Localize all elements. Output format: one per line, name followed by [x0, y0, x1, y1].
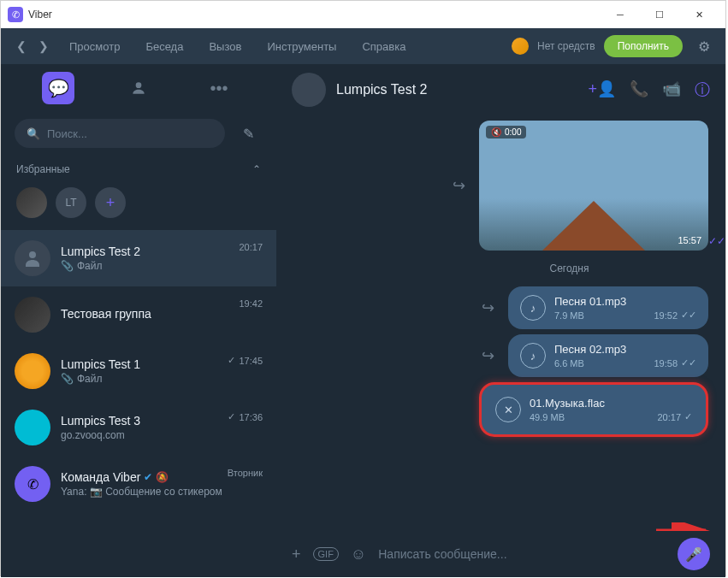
- date-separator: Сегодня: [293, 262, 708, 274]
- titlebar: ✆ Viber ─ ☐ ✕: [1, 1, 725, 28]
- file-message[interactable]: ♪ Песня 01.mp3 7.9 MB19:52 ✓✓: [508, 286, 708, 329]
- file-name: Песня 01.mp3: [554, 295, 696, 308]
- search-placeholder: Поиск...: [47, 127, 87, 140]
- chat-item[interactable]: Lumpics Test 2 📎Файл 20:17: [1, 230, 276, 286]
- favorites-label: Избранные: [16, 163, 70, 175]
- chat-time: 19:42: [239, 298, 263, 309]
- nav-back-icon[interactable]: ❮: [16, 39, 27, 53]
- avatar: ✆: [15, 466, 50, 502]
- compose-button[interactable]: ✎: [234, 119, 263, 148]
- chat-item[interactable]: ✆ Команда Viber ✔ 🔕 Yana: 📷 Сообщение со…: [1, 456, 276, 512]
- tab-chats-icon[interactable]: 💬: [42, 72, 74, 104]
- avatar: [15, 240, 50, 276]
- message-input-bar: + GIF ☺ Написать сообщение... 🎤: [276, 531, 725, 577]
- video-call-icon[interactable]: 📹: [662, 80, 681, 100]
- message-input[interactable]: Написать сообщение...: [378, 547, 666, 561]
- read-check-icon: ✓✓: [681, 357, 696, 369]
- emoji-icon[interactable]: ☺: [351, 546, 366, 563]
- chat-item[interactable]: Lumpics Test 1 📎Файл ✓17:45: [1, 343, 276, 399]
- favorite-contact-lt[interactable]: LT: [56, 187, 86, 218]
- file-message-uploading[interactable]: ✕ 01.Музыка.flac 49.9 MB20:17 ✓: [479, 382, 708, 437]
- muted-icon: 🔕: [156, 471, 169, 483]
- pin-icon: 📎: [61, 260, 74, 272]
- read-check-icon: ✓✓: [681, 310, 696, 321]
- mute-indicator: 🔇 0:00: [486, 126, 526, 139]
- chat-main: Lumpics Test 2 +👤 📞 📹 ⓘ ↪ 🔇 0:00 15:5: [276, 64, 725, 577]
- pin-icon: 📎: [61, 373, 74, 385]
- forward-icon[interactable]: ↪: [453, 176, 465, 195]
- messages-area: ↪ 🔇 0:00 15:57 ✓✓ Сегодня ↪ ♪: [276, 115, 725, 531]
- file-message[interactable]: ♪ Песня 02.mp3 6.6 MB19:58 ✓✓: [508, 334, 708, 377]
- chevron-up-icon[interactable]: ⌃: [252, 163, 261, 175]
- balance-icon: [512, 38, 529, 55]
- audio-file-icon: ♪: [520, 343, 546, 369]
- forward-icon[interactable]: ↪: [482, 346, 494, 365]
- voice-message-button[interactable]: 🎤: [678, 538, 710, 570]
- viber-logo-icon: ✆: [8, 7, 23, 22]
- audio-call-icon[interactable]: 📞: [630, 80, 648, 100]
- menu-view[interactable]: Просмотр: [57, 35, 132, 58]
- check-icon: ✓: [228, 411, 235, 422]
- svg-point-0: [136, 82, 142, 88]
- cancel-upload-icon[interactable]: ✕: [495, 397, 521, 422]
- read-check-icon: ✓✓: [708, 235, 725, 247]
- menu-call[interactable]: Вызов: [197, 35, 253, 58]
- avatar: [15, 353, 50, 389]
- chat-item[interactable]: Lumpics Test 3 go.zvooq.com ✓17:36: [1, 399, 276, 456]
- menu-help[interactable]: Справка: [350, 35, 417, 58]
- nav-forward-icon[interactable]: ❯: [38, 39, 49, 53]
- audio-file-icon: ♪: [520, 295, 546, 321]
- file-name: 01.Музыка.flac: [530, 397, 692, 410]
- chat-item[interactable]: Тестовая группа 19:42: [1, 286, 276, 343]
- sidebar: 💬 ••• 🔍 Поиск... ✎ Избранные ⌃ LT +: [1, 64, 276, 577]
- sent-check-icon: ✓: [684, 411, 692, 422]
- verified-icon: ✔: [144, 471, 152, 483]
- topup-button[interactable]: Пополнить: [604, 35, 683, 57]
- balance-text: Нет средств: [537, 40, 595, 52]
- menu-chat[interactable]: Беседа: [133, 35, 195, 58]
- avatar: [15, 410, 50, 445]
- chat-time: Вторник: [228, 468, 263, 478]
- chat-time: 20:17: [239, 242, 263, 252]
- tab-more-icon[interactable]: •••: [203, 72, 235, 104]
- forward-icon[interactable]: ↪: [482, 298, 494, 317]
- avatar: [15, 297, 50, 333]
- add-participant-icon[interactable]: +👤: [588, 80, 616, 100]
- video-duration: 15:57: [678, 235, 701, 245]
- gif-button[interactable]: GIF: [313, 547, 339, 561]
- file-name: Песня 02.mp3: [554, 343, 696, 356]
- search-icon: 🔍: [27, 127, 40, 140]
- minimize-button[interactable]: ─: [601, 1, 640, 28]
- settings-gear-icon[interactable]: ⚙: [691, 38, 717, 55]
- search-input[interactable]: 🔍 Поиск...: [15, 119, 225, 148]
- info-icon[interactable]: ⓘ: [695, 80, 710, 100]
- maximize-button[interactable]: ☐: [640, 1, 679, 28]
- video-message[interactable]: 🔇 0:00 15:57: [479, 121, 708, 251]
- favorite-contact-1[interactable]: [16, 187, 47, 218]
- chat-name: Тестовая группа: [61, 307, 263, 321]
- check-icon: ✓: [228, 355, 235, 366]
- svg-point-1: [29, 251, 36, 258]
- header-avatar[interactable]: [292, 73, 326, 107]
- chat-header: Lumpics Test 2 +👤 📞 📹 ⓘ: [276, 64, 725, 115]
- attach-icon[interactable]: +: [292, 546, 301, 563]
- menu-tools[interactable]: Инструменты: [255, 35, 348, 58]
- close-button[interactable]: ✕: [679, 1, 719, 28]
- tab-contacts-icon[interactable]: [122, 72, 155, 104]
- chat-name: Lumpics Test 2: [61, 245, 263, 258]
- add-favorite-button[interactable]: +: [95, 187, 126, 218]
- header-name: Lumpics Test 2: [336, 82, 577, 97]
- menubar: ❮ ❯ Просмотр Беседа Вызов Инструменты Сп…: [1, 28, 725, 64]
- annotation-arrow: [656, 522, 716, 531]
- window-title: Viber: [28, 9, 52, 21]
